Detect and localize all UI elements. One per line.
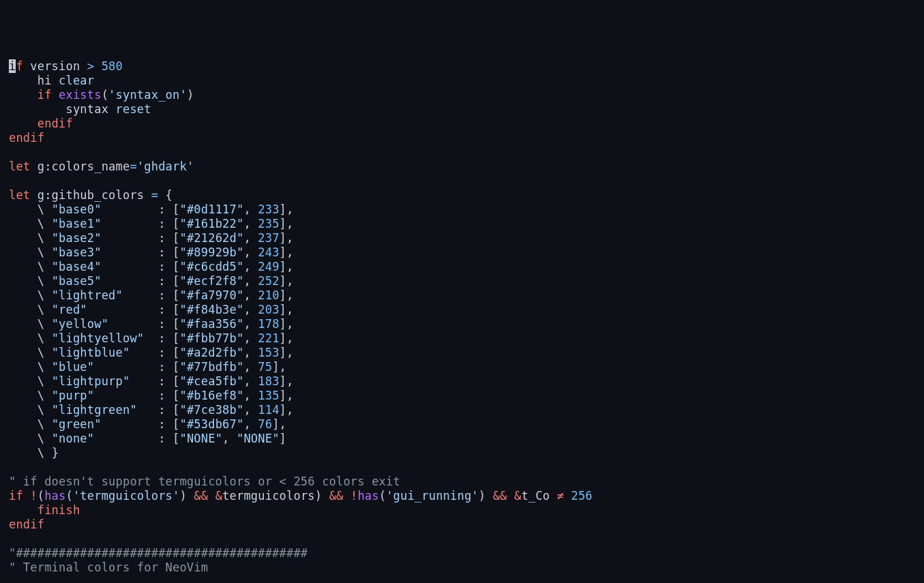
color-hex: "#fbb77b" xyxy=(179,331,243,345)
color-num: 249 xyxy=(258,260,279,273)
func-exists: exists xyxy=(59,88,102,102)
bracket: ], xyxy=(280,389,294,402)
operator-neq: ≠ xyxy=(557,489,564,503)
keyword-hi: hi xyxy=(38,74,52,87)
variable: g:colors_name xyxy=(38,160,130,173)
string: 'termguicolors' xyxy=(73,489,180,503)
operator-amp: & xyxy=(215,489,222,503)
brace-open: { xyxy=(166,188,173,202)
color-key: "base3" xyxy=(52,245,102,259)
color-key: "lightred" xyxy=(52,288,123,302)
color-hex: "#f84b3e" xyxy=(179,303,243,316)
operator-and: && xyxy=(329,489,344,503)
color-key: "lightblue" xyxy=(52,346,130,359)
bracket: ], xyxy=(280,245,294,259)
color-key: "green" xyxy=(52,417,102,431)
code-editor[interactable]: if version > 580 hi clear if exists('syn… xyxy=(0,57,924,583)
color-num: 76 xyxy=(258,417,272,431)
bracket: ], xyxy=(280,217,294,230)
color-key: "base0" xyxy=(52,203,102,216)
identifier: t_Co xyxy=(521,489,550,503)
color-key: "base2" xyxy=(52,231,102,245)
bracket: ], xyxy=(280,346,294,359)
color-num: 75 xyxy=(258,360,272,374)
color-num: 203 xyxy=(258,303,279,316)
operator-amp: & xyxy=(514,489,521,503)
color-hex: "#c6cdd5" xyxy=(179,260,243,273)
color-hex: "#a2d2fb" xyxy=(179,346,243,359)
comment: " Terminal colors for NeoVim xyxy=(9,560,208,574)
keyword-if: if xyxy=(38,88,52,102)
bracket: ], xyxy=(280,288,294,302)
color-num: 237 xyxy=(258,231,279,245)
keyword-let: let xyxy=(9,160,30,173)
syntax-reset: reset xyxy=(116,102,151,116)
keyword-endif: endif xyxy=(9,131,44,145)
color-num: 178 xyxy=(258,317,279,331)
bracket: ], xyxy=(272,417,286,431)
operator-gt: > xyxy=(87,59,94,73)
color-hex: "NONE" xyxy=(179,432,222,445)
color-hex: "#cea5fb" xyxy=(179,374,243,388)
color-key: "lightpurp" xyxy=(52,374,130,388)
bracket: ], xyxy=(280,331,294,345)
identifier: version xyxy=(30,59,80,73)
color-num: 153 xyxy=(258,346,279,359)
keyword-syntax: syntax xyxy=(65,102,108,116)
operator-eq: = xyxy=(151,188,158,202)
string: 'syntax_on' xyxy=(108,88,187,102)
color-key: "base5" xyxy=(52,274,102,288)
color-hex: "#ecf2f8" xyxy=(179,274,243,288)
color-hex: "#b16ef8" xyxy=(179,389,243,402)
string: 'ghdark' xyxy=(137,160,194,173)
bracket: ], xyxy=(280,260,294,273)
keyword-finish: finish xyxy=(38,503,80,517)
color-num: 243 xyxy=(258,245,279,259)
color-hex: "#faa356" xyxy=(179,317,243,331)
color-key: "none" xyxy=(52,432,95,445)
keyword-endif: endif xyxy=(38,117,73,130)
bracket: ], xyxy=(280,374,294,388)
color-hex: "#53db67" xyxy=(179,417,243,431)
bracket: ], xyxy=(280,403,294,417)
color-key: "base1" xyxy=(52,217,102,230)
color-hex: "#161b22" xyxy=(179,217,243,230)
color-key: "blue" xyxy=(52,360,95,374)
color-hex: "#7ce38b" xyxy=(179,403,243,417)
string: 'gui_running' xyxy=(386,489,479,503)
color-hex: "#0d1117" xyxy=(179,203,243,216)
color-key: "yellow" xyxy=(52,317,108,331)
comment: "#######################################… xyxy=(9,546,308,560)
color-key: "purp" xyxy=(52,389,95,402)
color-num: 233 xyxy=(258,203,279,216)
color-hex: "#21262d" xyxy=(179,231,243,245)
color-num: 210 xyxy=(258,288,279,302)
cursor: i xyxy=(9,59,16,73)
keyword-if: if xyxy=(9,489,23,503)
color-hex: "#77bdfb" xyxy=(179,360,243,374)
keyword-let: let xyxy=(9,188,30,202)
color-key: "lightgreen" xyxy=(52,403,137,417)
color-hex: "#fa7970" xyxy=(179,288,243,302)
comment: " if doesn't support termguicolors or < … xyxy=(9,475,400,488)
operator-eq: = xyxy=(130,160,136,173)
color-key: "red" xyxy=(52,303,87,316)
color-val: "NONE" xyxy=(237,432,280,445)
bracket: ], xyxy=(280,203,294,216)
bracket: ], xyxy=(280,317,294,331)
bracket: ], xyxy=(280,231,294,245)
operator-bang: ! xyxy=(30,489,37,503)
variable: g:github_colors xyxy=(38,188,145,202)
brace-close: } xyxy=(52,446,59,460)
bracket: ], xyxy=(280,274,294,288)
color-num: 114 xyxy=(258,403,279,417)
operator-bang: ! xyxy=(351,489,357,503)
func-has: has xyxy=(44,489,65,503)
color-num: 221 xyxy=(258,331,279,345)
operator-and: && xyxy=(194,489,208,503)
bracket: ], xyxy=(272,360,286,374)
color-num: 235 xyxy=(258,217,279,230)
number: 580 xyxy=(102,59,123,73)
number: 256 xyxy=(571,489,592,503)
bracket: ] xyxy=(280,432,286,445)
